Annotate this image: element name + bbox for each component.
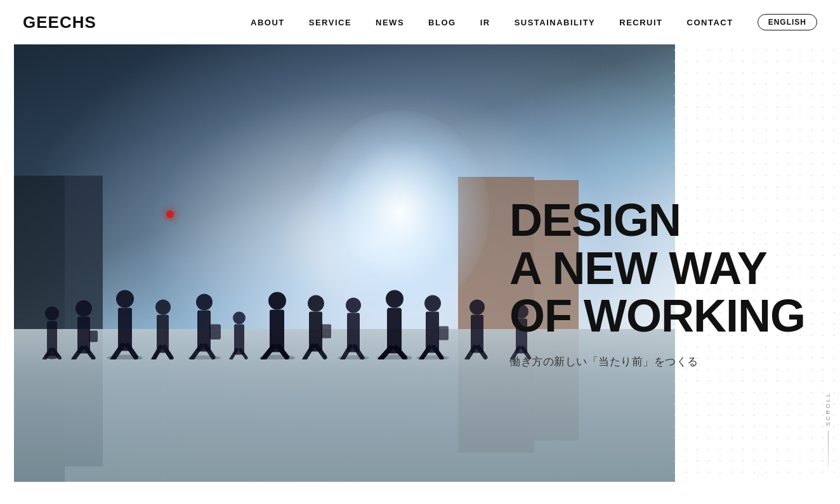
svg-rect-22 bbox=[209, 325, 221, 340]
site-header: GEECHS ABOUT SERVICE NEWS BLOG IR SUSTAI… bbox=[0, 0, 840, 44]
svg-rect-9 bbox=[89, 331, 98, 342]
svg-point-23 bbox=[233, 312, 246, 325]
svg-point-36 bbox=[346, 298, 361, 313]
scroll-line bbox=[828, 431, 829, 466]
main-nav: ABOUT SERVICE NEWS BLOG IR SUSTAINABILIT… bbox=[251, 14, 817, 30]
hero-text-block: DESIGN A NEW WAY OF WORKING 働き方の新しい「当たり前… bbox=[509, 197, 805, 369]
nav-contact[interactable]: CONTACT bbox=[687, 18, 733, 27]
svg-point-40 bbox=[386, 290, 404, 308]
scroll-label: SCROLL bbox=[825, 392, 831, 426]
svg-point-5 bbox=[75, 300, 92, 317]
nav-news[interactable]: NEWS bbox=[376, 18, 404, 27]
hero-title-line3: OF WORKING bbox=[509, 292, 805, 340]
svg-line-17 bbox=[164, 347, 171, 358]
nav-service[interactable]: SERVICE bbox=[309, 18, 351, 27]
svg-point-49 bbox=[469, 300, 485, 315]
scroll-indicator: SCROLL bbox=[825, 392, 831, 466]
svg-point-27 bbox=[268, 292, 286, 310]
hero-subtitle: 働き方の新しい「当たり前」をつくる bbox=[509, 354, 805, 369]
language-button[interactable]: ENGLISH bbox=[758, 14, 817, 30]
svg-point-14 bbox=[155, 300, 171, 315]
site-logo[interactable]: GEECHS bbox=[23, 13, 96, 32]
svg-line-33 bbox=[305, 346, 313, 359]
svg-line-8 bbox=[86, 348, 93, 358]
svg-point-44 bbox=[424, 295, 441, 312]
hero-title-line1: DESIGN bbox=[509, 197, 805, 245]
svg-rect-48 bbox=[438, 326, 449, 340]
svg-line-52 bbox=[478, 347, 485, 358]
nav-recruit[interactable]: RECRUIT bbox=[619, 18, 662, 27]
nav-blog[interactable]: BLOG bbox=[428, 18, 456, 27]
svg-line-16 bbox=[154, 347, 161, 359]
nav-ir[interactable]: IR bbox=[480, 18, 490, 27]
svg-rect-35 bbox=[321, 325, 331, 339]
nav-sustainability[interactable]: SUSTAINABILITY bbox=[515, 18, 596, 27]
svg-point-31 bbox=[308, 295, 324, 312]
hero-title-line2: A NEW WAY bbox=[509, 245, 805, 293]
svg-point-10 bbox=[116, 290, 134, 308]
hero-section: DESIGN A NEW WAY OF WORKING 働き方の新しい「当たり前… bbox=[0, 44, 840, 504]
nav-about[interactable]: ABOUT bbox=[251, 18, 285, 27]
svg-point-18 bbox=[196, 294, 213, 311]
svg-point-2 bbox=[45, 307, 59, 321]
